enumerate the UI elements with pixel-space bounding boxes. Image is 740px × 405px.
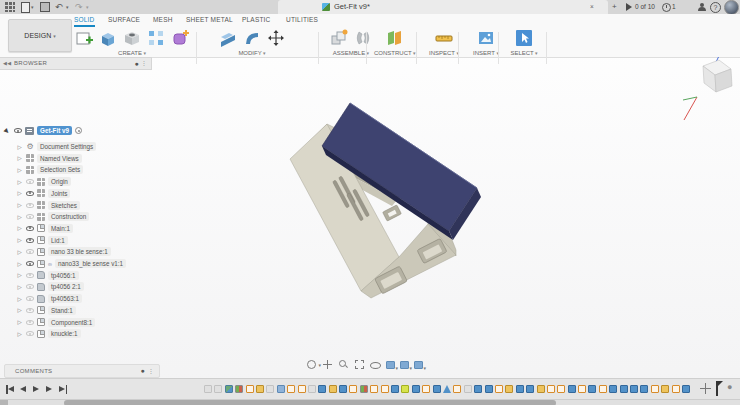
browser-row-sketches[interactable]: ▷Sketches [16, 200, 80, 211]
browser-row-component8-1[interactable]: ▷Component8:1 [16, 317, 95, 328]
pan-icon[interactable] [322, 359, 333, 370]
app-launcher-icon[interactable] [5, 2, 15, 12]
timeline-feature-box[interactable] [516, 385, 524, 393]
scrollbar-thumb[interactable] [64, 400, 556, 405]
form-icon[interactable] [170, 28, 190, 48]
visibility-eye-icon[interactable] [26, 284, 34, 289]
file-menu-icon[interactable] [21, 2, 30, 13]
timeline-feature-box[interactable] [318, 385, 326, 393]
timeline-feature-box[interactable] [526, 385, 534, 393]
browser-item-label[interactable]: Selection Sets [37, 165, 83, 174]
expander-icon[interactable]: ▷ [16, 237, 23, 243]
ribbon-tab-utilities[interactable]: UTILITIES [286, 16, 318, 25]
move-icon[interactable] [266, 28, 286, 48]
pattern-icon[interactable] [146, 28, 166, 48]
timeline-feature-dim[interactable] [308, 385, 316, 393]
visibility-eye-icon[interactable] [26, 273, 34, 278]
undo-caret-icon[interactable]: ▾ [66, 4, 69, 10]
select-icon[interactable] [514, 28, 534, 48]
ribbon-group-label[interactable]: SELECT [504, 50, 544, 56]
timeline-feature-box[interactable] [640, 385, 648, 393]
visibility-eye-icon[interactable] [26, 261, 34, 266]
ribbon-tab-mesh[interactable]: MESH [153, 16, 173, 25]
timeline-feature-gold[interactable] [329, 385, 337, 393]
view-cube[interactable] [683, 57, 732, 120]
horizontal-scrollbar[interactable] [0, 399, 740, 405]
browser-row-nano33-ble-sense-v1-1[interactable]: ▷∞nano33_ble sense v1:1 [16, 258, 126, 269]
file-menu-caret-icon[interactable]: ▾ [31, 4, 34, 10]
visibility-eye-icon[interactable] [26, 214, 34, 219]
expander-icon[interactable]: ▷ [16, 319, 23, 325]
timeline-feature-box[interactable] [433, 385, 441, 393]
browser-item-label[interactable]: Lid:1 [48, 236, 68, 245]
undo-icon[interactable]: ↶ [55, 1, 63, 13]
ribbon-tab-solid[interactable]: SOLID [74, 16, 95, 27]
timeline-feature-sketch[interactable] [672, 385, 680, 393]
browser-item-label[interactable]: nano 33 ble sense:1 [48, 247, 111, 256]
orbit-icon[interactable]: ▾ [306, 359, 317, 370]
expander-icon[interactable]: ▷ [16, 179, 23, 185]
browser-item-label[interactable]: Document Settings [37, 142, 96, 151]
browser-item-label[interactable]: Sketches [48, 201, 80, 210]
visibility-eye-icon[interactable] [26, 320, 34, 325]
timeline-feature-dim[interactable] [204, 385, 212, 393]
browser-root-row[interactable]: ▶ Get-Fit v9 [4, 125, 82, 136]
expander-icon[interactable]: ▷ [16, 144, 23, 150]
timeline-feature-sketch[interactable] [349, 385, 357, 393]
expander-icon[interactable]: ▷ [16, 202, 23, 208]
fillet-icon[interactable] [242, 28, 262, 48]
browser-item-label[interactable]: Stand:1 [48, 306, 76, 315]
ribbon-group-label[interactable]: INSERT [466, 50, 506, 56]
fit-icon[interactable] [354, 359, 365, 370]
timeline-move-icon[interactable] [700, 383, 711, 394]
step-back-button[interactable] [19, 385, 28, 394]
timeline-feature-joint[interactable] [360, 385, 368, 393]
visibility-eye-icon[interactable] [26, 179, 34, 184]
save-icon[interactable] [40, 2, 50, 12]
viewport-canvas[interactable] [0, 57, 740, 378]
visibility-eye-icon[interactable] [26, 331, 34, 336]
timeline-feature-box[interactable] [682, 385, 690, 393]
visibility-eye-icon[interactable] [26, 203, 34, 208]
canvas-icon[interactable] [476, 28, 496, 48]
visibility-eye-icon[interactable] [14, 128, 22, 133]
close-tab-icon[interactable]: × [590, 3, 594, 10]
browser-row-lid-1[interactable]: ▷Lid:1 [16, 235, 68, 246]
help-icon[interactable]: ? [710, 2, 721, 13]
ribbon-tab-plastic[interactable]: PLASTIC [242, 16, 271, 25]
browser-row-joints[interactable]: ▷Joints [16, 188, 70, 199]
expander-icon[interactable]: ▶ [3, 126, 13, 136]
new-tab-icon[interactable]: + [612, 2, 617, 11]
extrude-icon[interactable] [98, 28, 118, 48]
timeline-feature-box[interactable] [339, 385, 347, 393]
timeline-feature-sketch[interactable] [651, 385, 659, 393]
visibility-eye-icon[interactable] [26, 249, 34, 254]
timeline-feature-gold[interactable] [256, 385, 264, 393]
browser-row-tp4056-1[interactable]: ▷tp4056:1 [16, 270, 79, 281]
timeline-feature-triangle[interactable] [443, 385, 451, 393]
browser-item-label[interactable]: Main:1 [48, 224, 73, 233]
visibility-eye-icon[interactable] [26, 238, 34, 243]
browser-item-label[interactable]: nano33_ble sense v1:1 [55, 259, 126, 268]
timeline-feature-dim[interactable] [214, 385, 222, 393]
timeline-feature-current[interactable] [401, 385, 409, 393]
construction-plane-icon[interactable] [384, 28, 404, 48]
browser-item-label[interactable]: tp4056 2:1 [48, 282, 84, 291]
browser-item-label[interactable]: tp40563:1 [48, 294, 82, 303]
visibility-eye-icon[interactable] [26, 296, 34, 301]
zoom-icon[interactable] [338, 359, 349, 370]
root-label[interactable]: Get-Fit v9 [37, 126, 72, 135]
grid-snaps-icon[interactable]: ▾ [400, 361, 409, 369]
redo-caret-icon[interactable]: ▾ [86, 4, 89, 10]
browser-row-nano-33-ble-sense-1[interactable]: ▷nano 33 ble sense:1 [16, 246, 111, 257]
skip-end-button[interactable] [58, 385, 67, 394]
activate-radio-icon[interactable] [75, 127, 82, 134]
visibility-eye-icon[interactable] [26, 191, 34, 196]
timeline-feature-box[interactable] [630, 385, 638, 393]
browser-item-label[interactable]: Component8:1 [48, 318, 95, 327]
ribbon-group-label[interactable]: CONSTRUCT [374, 50, 414, 56]
timeline-feature-box[interactable] [609, 385, 617, 393]
expander-icon[interactable]: ▷ [16, 307, 23, 313]
browser-row-named-views[interactable]: ▷Named Views [16, 153, 82, 164]
browser-item-label[interactable]: knuckle:1 [48, 329, 81, 338]
